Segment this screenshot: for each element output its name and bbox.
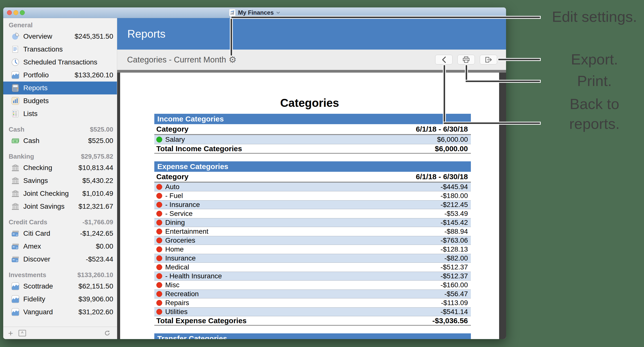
table-row: Utilities-$541.14: [154, 307, 471, 316]
period-label: 6/1/18 - 6/30/18: [416, 125, 468, 133]
main-area: Reports Categories - Current Month ⚙: [117, 18, 506, 339]
sidebar-item-savings[interactable]: Savings$5,430.22: [3, 174, 117, 187]
add-account-button[interactable]: +: [8, 329, 13, 337]
export-button[interactable]: [480, 55, 497, 65]
export-icon: [484, 56, 492, 63]
item-value: $10,813.44: [78, 164, 113, 172]
calculator-icon: [11, 84, 20, 92]
section-total: $133,260.10: [77, 271, 113, 279]
red-category-dot-icon: [156, 282, 162, 288]
table-row: Home-$128.13: [154, 245, 471, 254]
table-row: Groceries-$763.06: [154, 236, 471, 245]
income-table-header: Income Categories: [154, 114, 471, 124]
sidebar-item-citi-card[interactable]: Citi Card-$1,242.65: [3, 227, 117, 240]
print-button[interactable]: [458, 55, 475, 65]
sidebar-section-header-general: General: [3, 20, 117, 30]
credit-card-icon: [11, 229, 20, 238]
category-name: - Insurance: [165, 201, 200, 209]
refresh-button[interactable]: [104, 330, 110, 336]
category-amount: -$512.37: [440, 263, 468, 271]
red-category-dot-icon: [156, 220, 162, 226]
gear-icon[interactable]: ⚙: [228, 55, 236, 64]
table-row: Repairs-$113.09: [154, 298, 471, 307]
income-total-row: Total Income Categories $6,000.00: [154, 144, 471, 154]
print-callout-line-h: [466, 81, 540, 82]
report-page: Categories Income Categories Category 6/…: [120, 73, 499, 339]
section-label: Credit Cards: [9, 218, 47, 226]
app-window: My Finances GeneralOverview$245,351.50Tr…: [3, 8, 506, 339]
red-category-dot-icon: [156, 309, 162, 315]
area-chart-icon: [11, 308, 20, 316]
sidebar-item-cash[interactable]: Cash$525.00: [3, 134, 117, 147]
section-total: $525.00: [90, 126, 113, 133]
expense-table: Expense Categories Category 6/1/18 - 6/3…: [154, 161, 471, 326]
item-value: -$1,242.65: [80, 229, 113, 237]
transfer-table-header: Transfer Categories: [154, 333, 471, 339]
minimize-button[interactable]: [14, 10, 18, 15]
clock-icon: [11, 58, 20, 67]
income-table: Income Categories Category 6/1/18 - 6/30…: [154, 114, 471, 154]
sidebar-item-checking[interactable]: Checking$10,813.44: [3, 161, 117, 174]
annotation-back-to-reports: Back to reports.: [542, 94, 644, 134]
collapse-panel-button[interactable]: ^: [18, 330, 26, 336]
section-label: Cash: [9, 126, 24, 133]
reports-header: Reports: [117, 18, 506, 50]
sidebar-item-overview[interactable]: Overview$245,351.50: [3, 30, 117, 43]
category-amount: -$53.49: [444, 210, 468, 218]
bank-icon: [11, 202, 20, 211]
screenshot-root: { "window": { "title": "My Finances" }, …: [0, 0, 644, 347]
item-value: $12,321.67: [78, 202, 113, 210]
expense-column-row: Category 6/1/18 - 6/30/18: [154, 172, 471, 182]
sidebar-item-fidelity[interactable]: Fidelity$39,906.00: [3, 293, 117, 306]
category-amount: -$145.42: [440, 219, 468, 227]
table-row: Recreation-$56.47: [154, 289, 471, 298]
sidebar-item-amex[interactable]: Amex$0.00: [3, 240, 117, 253]
sidebar-item-budgets[interactable]: Budgets: [3, 94, 117, 107]
zoom-button[interactable]: [20, 10, 25, 15]
export-callout-line: [498, 59, 540, 60]
expense-total-row: Total Expense Categories -$3,036.56: [154, 316, 471, 326]
category-name: Dining: [165, 219, 185, 227]
category-name: - Service: [165, 210, 192, 218]
sidebar-item-discover[interactable]: Discover-$523.44: [3, 253, 117, 266]
window-title[interactable]: My Finances: [238, 9, 274, 16]
item-label: Amex: [23, 242, 41, 250]
green-category-dot-icon: [156, 137, 162, 143]
income-column-row: Category 6/1/18 - 6/30/18: [154, 124, 471, 135]
back-button[interactable]: [435, 55, 452, 65]
category-name: Entertainment: [165, 227, 208, 235]
page-title: Reports: [127, 28, 166, 40]
table-row: - Fuel-$180.00: [154, 191, 471, 200]
sidebar-item-joint-checking[interactable]: Joint Checking$1,010.49: [3, 187, 117, 200]
back-callout-line-v: [444, 65, 445, 124]
sidebar-item-vanguard[interactable]: Vanguard$31,202.60: [3, 306, 117, 318]
bank-icon: [11, 189, 20, 198]
sidebar-item-lists[interactable]: Lists: [3, 107, 117, 120]
area-chart-icon: [11, 282, 20, 290]
item-value: $62,151.50: [78, 282, 113, 290]
window-title-menu: My Finances: [3, 8, 506, 18]
close-button[interactable]: [7, 10, 12, 15]
category-name: Home: [165, 245, 184, 253]
item-label: Scottrade: [23, 282, 53, 290]
sidebar-item-scottrade[interactable]: Scottrade$62,151.50: [3, 280, 117, 293]
print-callout-line-v: [466, 65, 467, 81]
section-label: Banking: [9, 153, 34, 160]
column-label: Category: [156, 173, 188, 181]
red-category-dot-icon: [156, 193, 162, 199]
sidebar-item-scheduled-transactions[interactable]: Scheduled Transactions: [3, 56, 117, 69]
sidebar-item-joint-savings[interactable]: Joint Savings$12,321.67: [3, 200, 117, 213]
red-category-dot-icon: [156, 246, 162, 252]
item-value: $5,430.22: [82, 177, 113, 185]
section-label: Investments: [9, 271, 46, 279]
category-name: - Health Insurance: [165, 272, 222, 280]
sidebar-item-reports[interactable]: Reports: [3, 82, 117, 94]
bar-chart-icon: [11, 97, 20, 105]
item-label: Scheduled Transactions: [23, 58, 97, 66]
table-row: - Service-$53.49: [154, 209, 471, 218]
item-value: $133,260.10: [74, 71, 113, 79]
category-amount: -$88.94: [444, 227, 468, 235]
sidebar-item-transactions[interactable]: Transactions: [3, 43, 117, 56]
red-category-dot-icon: [156, 264, 162, 270]
sidebar-item-portfolio[interactable]: Portfolio$133,260.10: [3, 69, 117, 82]
